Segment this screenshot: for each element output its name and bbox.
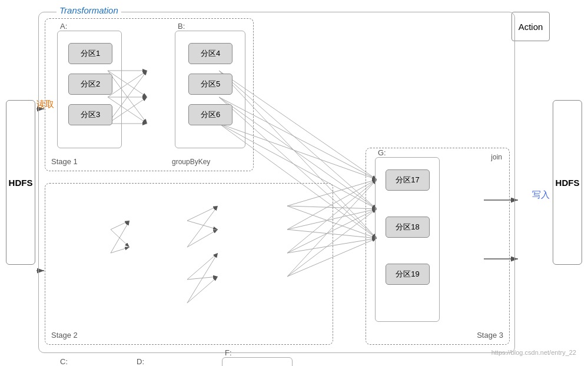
stage2-box: Stage 2 C: 分区7 分区8 D: 分区9 [45, 183, 333, 345]
partition-18: 分区18 [386, 217, 430, 238]
group-f-label: F: [225, 348, 232, 357]
write-label: 写入 [532, 189, 550, 201]
partition-4: 分区4 [188, 43, 232, 64]
main-container: HDFS 读取 HDFS 写入 Action Transformation St… [6, 6, 582, 359]
group-c-label: C: [60, 357, 68, 366]
group-a-label: A: [60, 22, 67, 31]
stage1-box: Stage 1 A: 分区1 分区2 分区3 B: [45, 18, 254, 171]
partition-6: 分区6 [188, 104, 232, 125]
hdfs-left-label: HDFS [9, 178, 33, 188]
join-label: join [491, 153, 502, 161]
stage3-box: Stage 3 join G: 分区17 分区18 分区19 [366, 148, 510, 345]
hdfs-right-box: HDFS [553, 100, 582, 265]
transformation-title: Transformation [57, 5, 121, 15]
partition-3: 分区3 [68, 104, 112, 125]
hdfs-right-label: HDFS [556, 178, 580, 188]
group-b-label: B: [178, 22, 185, 31]
groupbykey-label: groupByKey [172, 158, 210, 166]
partition-2: 分区2 [68, 74, 112, 95]
watermark: https://blog.csdn.net/entry_22 [491, 349, 576, 356]
partition-17: 分区17 [386, 169, 430, 191]
action-box: Action [511, 12, 550, 41]
group-d-label: D: [137, 357, 144, 366]
partition-1: 分区1 [68, 43, 112, 64]
stage1-label: Stage 1 [51, 157, 78, 166]
write-label-container: 写入 [532, 189, 550, 201]
group-b-box: B: 分区4 分区5 分区6 [175, 31, 245, 148]
partition-5: 分区5 [188, 74, 232, 95]
transformation-box: Transformation Stage 1 A: 分区1 分区2 分区3 [38, 12, 515, 353]
partition-19: 分区19 [386, 264, 430, 285]
group-g-label: G: [378, 148, 386, 157]
stage2-label: Stage 2 [51, 331, 78, 340]
group-a-box: A: 分区1 分区2 分区3 [57, 31, 122, 148]
group-g-box: G: 分区17 分区18 分区19 [375, 157, 440, 322]
action-label: Action [519, 22, 543, 32]
group-f-box: F: 分区13 分区14 分区15 分区16 union [222, 357, 293, 366]
hdfs-left-box: HDFS [6, 100, 35, 265]
stage3-label: Stage 3 [477, 331, 503, 340]
